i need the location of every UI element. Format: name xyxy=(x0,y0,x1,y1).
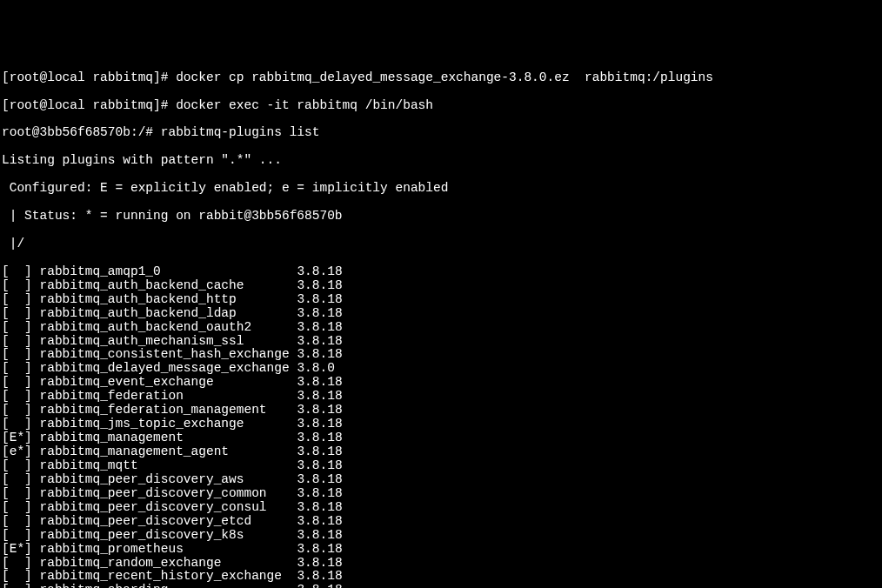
plugin-row: [ ] rabbitmq_auth_backend_cache 3.8.18 xyxy=(2,279,880,293)
plugin-version: 3.8.18 xyxy=(297,403,342,417)
plugin-version: 3.8.18 xyxy=(297,500,342,514)
command-2: docker exec -it rabbitmq /bin/bash xyxy=(176,98,433,112)
plugin-name: rabbitmq_jms_topic_exchange xyxy=(40,417,297,431)
plugin-name: rabbitmq_delayed_message_exchange xyxy=(40,361,297,375)
plugin-name: rabbitmq_peer_discovery_k8s xyxy=(40,528,297,542)
output-divider: |/ xyxy=(2,237,880,251)
plugin-row: [ ] rabbitmq_auth_backend_oauth2 3.8.18 xyxy=(2,321,880,335)
plugin-status: [ ] xyxy=(2,306,32,320)
plugin-name: rabbitmq_federation xyxy=(40,389,297,403)
plugin-status: [ ] xyxy=(2,320,32,334)
plugin-name: rabbitmq_management_agent xyxy=(40,444,297,458)
plugin-status: [ ] xyxy=(2,514,32,528)
plugin-name: rabbitmq_event_exchange xyxy=(40,375,297,389)
plugin-row: [ ] rabbitmq_event_exchange 3.8.18 xyxy=(2,376,880,390)
plugin-version: 3.8.18 xyxy=(297,486,342,500)
plugin-status: [ ] xyxy=(2,292,32,306)
plugin-status: [ ] xyxy=(2,403,32,417)
plugin-status: [ ] xyxy=(2,417,32,431)
plugin-row: [ ] rabbitmq_delayed_message_exchange 3.… xyxy=(2,362,880,376)
plugin-row: [ ] rabbitmq_recent_history_exchange 3.8… xyxy=(2,570,880,584)
plugin-row: [e*] rabbitmq_management_agent 3.8.18 xyxy=(2,445,880,459)
plugin-version: 3.8.18 xyxy=(297,556,342,570)
plugin-name: rabbitmq_consistent_hash_exchange xyxy=(40,347,297,361)
plugin-row: [ ] rabbitmq_peer_discovery_etcd 3.8.18 xyxy=(2,515,880,529)
plugin-row: [ ] rabbitmq_peer_discovery_k8s 3.8.18 xyxy=(2,529,880,543)
plugin-version: 3.8.18 xyxy=(297,514,342,528)
command-1: docker cp rabbitmq_delayed_message_excha… xyxy=(176,70,713,84)
plugin-name: rabbitmq_mqtt xyxy=(40,458,297,472)
prompt-1: [root@local rabbitmq]# xyxy=(2,70,176,84)
plugin-list: [ ] rabbitmq_amqp1_0 3.8.18[ ] rabbitmq_… xyxy=(2,265,880,588)
plugin-name: rabbitmq_peer_discovery_aws xyxy=(40,472,297,486)
plugin-row: [ ] rabbitmq_auth_backend_ldap 3.8.18 xyxy=(2,307,880,321)
plugin-name: rabbitmq_recent_history_exchange xyxy=(40,569,297,583)
plugin-status: [e*] xyxy=(2,444,32,458)
plugin-version: 3.8.18 xyxy=(297,417,342,431)
plugin-version: 3.8.18 xyxy=(297,583,342,588)
plugin-name: rabbitmq_management xyxy=(40,431,297,444)
plugin-row: [ ] rabbitmq_peer_discovery_common 3.8.1… xyxy=(2,487,880,501)
plugin-name: rabbitmq_auth_backend_ldap xyxy=(40,306,297,320)
plugin-row: [ ] rabbitmq_random_exchange 3.8.18 xyxy=(2,557,880,571)
plugin-status: [ ] xyxy=(2,278,32,292)
plugin-row: [E*] rabbitmq_prometheus 3.8.18 xyxy=(2,543,880,557)
plugin-name: rabbitmq_prometheus xyxy=(40,542,297,556)
plugin-name: rabbitmq_federation_management xyxy=(40,403,297,417)
command-line-2: [root@local rabbitmq]# docker exec -it r… xyxy=(2,99,880,113)
plugin-version: 3.8.0 xyxy=(297,361,335,375)
plugin-name: rabbitmq_peer_discovery_etcd xyxy=(40,514,297,528)
plugin-row: [ ] rabbitmq_consistent_hash_exchange 3.… xyxy=(2,348,880,362)
command-3: rabbitmq-plugins list xyxy=(161,125,320,139)
plugin-row: [ ] rabbitmq_amqp1_0 3.8.18 xyxy=(2,265,880,279)
plugin-status: [ ] xyxy=(2,486,32,500)
plugin-row: [ ] rabbitmq_jms_topic_exchange 3.8.18 xyxy=(2,418,880,431)
plugin-status: [ ] xyxy=(2,334,32,348)
plugin-status: [E*] xyxy=(2,542,32,556)
plugin-name: rabbitmq_random_exchange xyxy=(40,556,297,570)
plugin-version: 3.8.18 xyxy=(297,569,342,583)
plugin-status: [ ] xyxy=(2,389,32,403)
plugin-version: 3.8.18 xyxy=(297,458,342,472)
plugin-name: rabbitmq_peer_discovery_consul xyxy=(40,500,297,514)
terminal-output[interactable]: [root@local rabbitmq]# docker cp rabbitm… xyxy=(2,57,880,588)
plugin-version: 3.8.18 xyxy=(297,389,342,403)
plugin-row: [ ] rabbitmq_auth_backend_http 3.8.18 xyxy=(2,293,880,307)
plugin-status: [ ] xyxy=(2,500,32,514)
plugin-version: 3.8.18 xyxy=(297,375,342,389)
plugin-row: [ ] rabbitmq_federation 3.8.18 xyxy=(2,390,880,404)
plugin-version: 3.8.18 xyxy=(297,306,342,320)
prompt-3: root@3bb56f68570b:/# xyxy=(2,125,161,139)
plugin-row: [ ] rabbitmq_auth_mechanism_ssl 3.8.18 xyxy=(2,335,880,349)
plugin-row: [ ] rabbitmq_peer_discovery_consul 3.8.1… xyxy=(2,501,880,515)
plugin-status: [ ] xyxy=(2,347,32,361)
plugin-version: 3.8.18 xyxy=(297,472,342,486)
plugin-status: [ ] xyxy=(2,458,32,472)
plugin-name: rabbitmq_auth_backend_oauth2 xyxy=(40,320,297,334)
plugin-row: [ ] rabbitmq_mqtt 3.8.18 xyxy=(2,459,880,473)
plugin-status: [ ] xyxy=(2,583,32,588)
plugin-version: 3.8.18 xyxy=(297,347,342,361)
command-line-3: root@3bb56f68570b:/# rabbitmq-plugins li… xyxy=(2,126,880,140)
plugin-version: 3.8.18 xyxy=(297,542,342,556)
plugin-name: rabbitmq_auth_backend_http xyxy=(40,292,297,306)
output-listing: Listing plugins with pattern ".*" ... xyxy=(2,154,880,168)
plugin-name: rabbitmq_peer_discovery_common xyxy=(40,486,297,500)
output-status: | Status: * = running on rabbit@3bb56f68… xyxy=(2,210,880,224)
plugin-version: 3.8.18 xyxy=(297,278,342,292)
plugin-version: 3.8.18 xyxy=(297,431,342,444)
plugin-version: 3.8.18 xyxy=(297,334,342,348)
plugin-row: [E*] rabbitmq_management 3.8.18 xyxy=(2,431,880,445)
plugin-version: 3.8.18 xyxy=(297,320,342,334)
plugin-status: [ ] xyxy=(2,472,32,486)
plugin-version: 3.8.18 xyxy=(297,444,342,458)
plugin-row: [ ] rabbitmq_federation_management 3.8.1… xyxy=(2,404,880,418)
plugin-version: 3.8.18 xyxy=(297,292,342,306)
output-configured: Configured: E = explicitly enabled; e = … xyxy=(2,182,880,196)
plugin-row: [ ] rabbitmq_sharding 3.8.18 xyxy=(2,584,880,588)
plugin-name: rabbitmq_sharding xyxy=(40,583,297,588)
plugin-status: [ ] xyxy=(2,556,32,570)
plugin-name: rabbitmq_amqp1_0 xyxy=(40,264,297,278)
plugin-version: 3.8.18 xyxy=(297,264,342,278)
prompt-2: [root@local rabbitmq]# xyxy=(2,98,176,112)
